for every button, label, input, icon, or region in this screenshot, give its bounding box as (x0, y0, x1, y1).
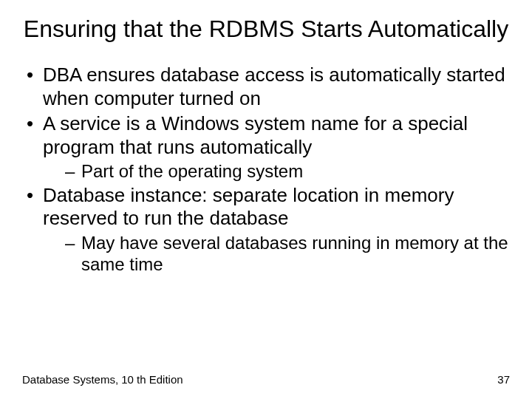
sub-text: Part of the operating system (81, 161, 303, 181)
sub-list: Part of the operating system (43, 160, 510, 182)
bullet-item: Database instance: separate location in … (22, 184, 510, 276)
page-number: 37 (497, 373, 510, 386)
bullet-text: A service is a Windows system name for a… (43, 112, 468, 158)
bullet-text: Database instance: separate location in … (43, 184, 454, 230)
bullet-list: DBA ensures database access is automatic… (22, 64, 510, 275)
sub-item: May have several databases running in me… (43, 232, 510, 276)
slide-title: Ensuring that the RDBMS Starts Automatic… (22, 15, 510, 43)
bullet-text: DBA ensures database access is automatic… (43, 64, 505, 109)
sub-text: May have several databases running in me… (81, 233, 508, 274)
bullet-item: A service is a Windows system name for a… (22, 112, 510, 183)
footer: Database Systems, 10 th Edition 37 (22, 373, 510, 386)
sub-item: Part of the operating system (43, 160, 510, 182)
slide: Ensuring that the RDBMS Starts Automatic… (0, 0, 532, 399)
footer-left: Database Systems, 10 th Edition (22, 373, 183, 386)
sub-list: May have several databases running in me… (43, 232, 510, 276)
bullet-item: DBA ensures database access is automatic… (22, 64, 510, 110)
